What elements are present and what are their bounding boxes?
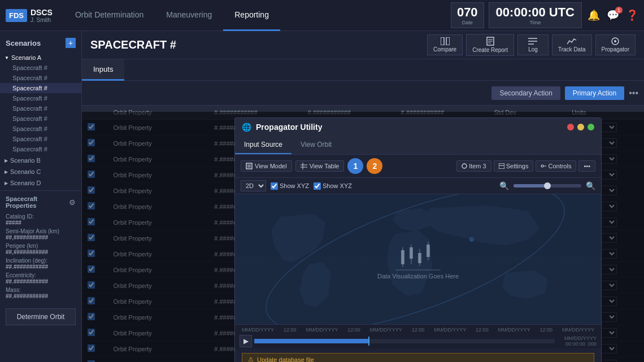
create-report-button[interactable]: Create Report [466,34,514,56]
tl-label-5: MM/DD/YYYY [498,327,530,333]
zoom-slider-track [514,184,581,187]
collapse-icon: ▶ [5,181,8,186]
zoom-in-button[interactable]: 🔍 [586,181,595,190]
show-xyz-1-checkbox[interactable] [271,182,278,190]
inclination-value: ##.########### [6,264,76,270]
help-button[interactable]: ❓ [626,9,638,21]
tl-time-2: 12:00 [347,327,360,333]
tl-time-3: 12:00 [412,327,425,333]
sidebar-header: Scenarios + [0,36,81,53]
main-layout: Scenarios + ▼ Scenario A Spacecraft # Sp… [0,31,644,362]
show-xyz-1-label: Show XYZ [271,182,309,190]
scenario-b-label[interactable]: ▶ Scenario B [0,155,81,165]
scenario-c-label[interactable]: ▶ Scenario C [0,167,81,177]
add-scenario-button[interactable]: + [66,38,76,48]
spacecraft-properties-header: Spacecraft Properties ⚙ [0,190,81,211]
determine-orbit-area: Determine Orbit [0,306,81,328]
modal-tab-orbit[interactable]: View Orbit [291,136,341,154]
more-options-button[interactable]: ••• [629,88,638,98]
timeline-labels: MM/DD/YYYY 12:00 MM/DD/YYYY 12:00 MM/DD/… [240,327,597,334]
show-xyz-2-checkbox[interactable] [314,182,321,190]
warning-bar: ⚠ Update database file [242,353,594,362]
modal-tab-input[interactable]: Input Source [235,136,291,154]
modal-toolbar: View Model View Table 1 2 Item 3 [235,155,601,178]
settings-button[interactable]: Settings [494,160,534,172]
logo-area: FDS DSCS J. Smith [6,8,53,23]
nav-maneuvering[interactable]: Maneuvering [155,0,223,31]
main-nav: Orbit Determination Maneuvering Reportin… [64,0,445,31]
perigee-value: ##,########### [6,249,76,255]
content-area: SPACECRAFT # Compare Create Report Log T… [82,31,644,362]
view-model-button[interactable]: View Model [241,160,292,172]
view-mode-select[interactable]: 2D [241,180,266,191]
step-1-circle: 1 [347,158,363,174]
determine-orbit-button[interactable]: Determine Orbit [6,308,76,325]
svg-point-10 [614,40,616,42]
nav-reporting[interactable]: Reporting [223,0,280,31]
properties-settings-button[interactable]: ⚙ [69,198,76,207]
scenario-d-label[interactable]: ▶ Scenario D [0,178,81,188]
scenario-a-label[interactable]: ▼ Scenario A [0,53,81,63]
spacecraft-item-5[interactable]: Spacecraft # [0,103,81,114]
collapse-icon: ▶ [5,169,8,175]
expand-icon: ▼ [5,55,9,60]
zoom-slider-fill [514,184,547,187]
tl-time-4: 12:00 [476,327,489,333]
spacecraft-item-6[interactable]: Spacecraft # [0,114,81,124]
input-form: ⚠ Update database file Database File Orb… [235,348,601,362]
timeline-area: MM/DD/YYYY 12:00 MM/DD/YYYY 12:00 MM/DD/… [235,324,601,348]
modal-title-area: 🌐 Propagator Utility [242,123,322,132]
more-options-modal-button[interactable]: ••• [578,160,595,172]
globe-icon: 🌐 [242,123,251,132]
tab-inputs[interactable]: Inputs [82,59,124,81]
play-button[interactable]: ▶ [240,335,252,347]
item3-button[interactable]: Item 3 [456,160,491,172]
zoom-slider-handle[interactable] [544,182,551,189]
chart-placeholder-icon [395,239,441,273]
view-table-button[interactable]: View Table [295,160,345,172]
scenario-c-group: ▶ Scenario C [0,167,81,177]
svg-rect-1 [446,37,450,45]
spacecraft-item-3[interactable]: Spacecraft # [0,83,81,93]
notifications-button[interactable]: 🔔 [588,9,600,21]
propagator-button[interactable]: Propagator [595,34,636,55]
track-data-button[interactable]: Track Data [552,34,592,55]
nav-icon-group: 🔔 💬1 ❓ [588,9,638,21]
spacecraft-item-4[interactable]: Spacecraft # [0,93,81,103]
spacecraft-header: SPACECRAFT # Compare Create Report Log T… [82,31,644,59]
spacecraft-item-9[interactable]: Spacecraft # [0,144,81,154]
data-viz-text: Data Visualization Goes Here [377,273,459,280]
data-viz-placeholder: Data Visualization Goes Here [377,239,459,280]
zoom-out-button[interactable]: 🔍 [499,181,509,190]
messages-button[interactable]: 💬1 [607,9,619,21]
modal-close-button[interactable] [567,124,574,130]
nav-orbit-determination[interactable]: Orbit Determination [64,0,155,31]
timeline-current-time: MM/DD/YYYY00:00:00 .000 [557,335,597,347]
spacecraft-item-1[interactable]: Spacecraft # [0,63,81,73]
modal-header: 🌐 Propagator Utility [235,118,601,136]
scenario-d-group: ▶ Scenario D [0,178,81,188]
modal-maximize-button[interactable] [588,124,594,130]
timeline-playback: ▶ MM/DD/YYYY00:00:00 .000 [240,334,597,348]
log-button[interactable]: Log [517,34,549,55]
tl-time-1: 12:00 [284,327,297,333]
compare-icon [441,37,450,45]
spacecraft-item-7[interactable]: Spacecraft # [0,124,81,134]
controls-button[interactable]: Controls [536,160,576,172]
tl-label-6: MM/DD/YYYY [562,327,594,333]
content-wrapper: Secondary Action Primary Action ••• Orbi… [82,81,644,362]
svg-point-16 [462,164,467,168]
second-toolbar: 2D Show XYZ Show XYZ 🔍 [235,178,601,194]
show-xyz-2-label: Show XYZ [314,182,352,190]
tl-label-3: MM/DD/YYYY [370,327,402,333]
spacecraft-item-8[interactable]: Spacecraft # [0,134,81,144]
compare-button[interactable]: Compare [427,34,463,55]
primary-action-button[interactable]: Primary Action [565,86,624,100]
semi-major-value: ##,########### [6,234,76,241]
spacecraft-item-2[interactable]: Spacecraft # [0,73,81,83]
secondary-action-button[interactable]: Secondary Action [491,86,560,100]
modal-minimize-button[interactable] [577,124,584,130]
svg-point-25 [469,237,474,242]
item3-icon [462,163,467,169]
modal-title: Propagator Utility [256,123,322,132]
